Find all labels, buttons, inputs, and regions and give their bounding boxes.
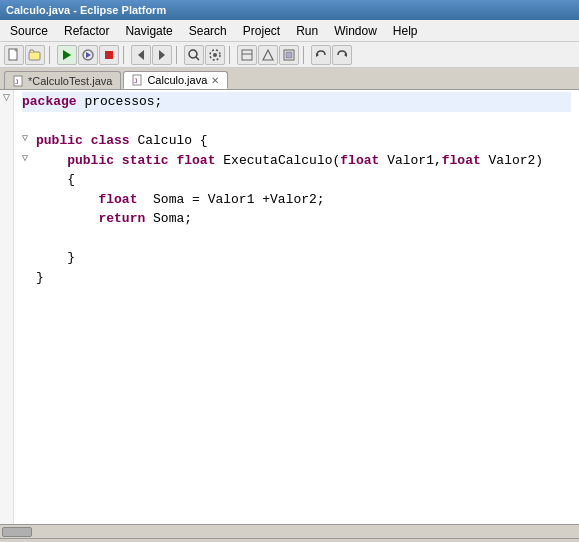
menu-search[interactable]: Search	[181, 22, 235, 40]
toolbar-redo-btn[interactable]	[332, 45, 352, 65]
toolbar-sep-2	[123, 46, 127, 64]
tab-calculo-icon: J	[132, 74, 144, 86]
menu-source[interactable]: Source	[2, 22, 56, 40]
menu-window[interactable]: Window	[326, 22, 385, 40]
svg-rect-17	[286, 52, 292, 58]
tab-calculotest-icon: J	[13, 75, 25, 87]
toolbar-group-5	[237, 45, 299, 65]
line-gutter: ▽	[0, 90, 14, 524]
toolbar-sep-4	[229, 46, 233, 64]
toolbar-group-6	[311, 45, 352, 65]
code-line-5: {	[22, 170, 571, 190]
svg-marker-8	[159, 50, 165, 60]
fold-method-icon[interactable]: ▽	[22, 151, 36, 166]
svg-rect-2	[29, 52, 40, 60]
toolbar-btn-5b[interactable]	[258, 45, 278, 65]
svg-text:J: J	[134, 77, 138, 84]
fold-class-icon[interactable]: ▽	[22, 131, 36, 146]
code-editor[interactable]: package processos; ▽public class Calculo…	[14, 90, 579, 524]
toolbar-prev-btn[interactable]	[131, 45, 151, 65]
keyword-package: package	[22, 92, 77, 112]
menu-bar: Source Refactor Navigate Search Project …	[0, 20, 579, 42]
toolbar-btn-5a[interactable]	[237, 45, 257, 65]
menu-refactor[interactable]: Refactor	[56, 22, 117, 40]
toolbar-stop-btn[interactable]	[99, 45, 119, 65]
tab-calculo-close[interactable]: ✕	[211, 75, 219, 86]
toolbar	[0, 42, 579, 68]
tab-bar: J *CalculoTest.java J Calculo.java ✕	[0, 68, 579, 90]
svg-point-11	[213, 53, 217, 57]
svg-point-9	[189, 50, 197, 58]
scrollbar-horizontal[interactable]	[0, 524, 579, 538]
title-bar: Calculo.java - Eclipse Platform	[0, 0, 579, 20]
code-line-4: ▽ public static float ExecutaCalculo(flo…	[22, 151, 571, 171]
code-line-9: }	[22, 248, 571, 268]
code-line-7: return Soma;	[22, 209, 571, 229]
toolbar-sep-5	[303, 46, 307, 64]
toolbar-group-3	[131, 45, 172, 65]
toolbar-group-1	[4, 45, 45, 65]
menu-run[interactable]: Run	[288, 22, 326, 40]
toolbar-next-btn[interactable]	[152, 45, 172, 65]
tab-calculotest[interactable]: J *CalculoTest.java	[4, 71, 121, 89]
tab-calculotest-label: *CalculoTest.java	[28, 75, 112, 87]
toolbar-btn-5c[interactable]	[279, 45, 299, 65]
svg-line-10	[196, 57, 199, 60]
tab-calculo[interactable]: J Calculo.java ✕	[123, 71, 228, 89]
toolbar-settings-btn[interactable]	[205, 45, 225, 65]
status-bar	[0, 538, 579, 542]
code-line-1: package processos;	[22, 92, 571, 112]
toolbar-open-btn[interactable]	[25, 45, 45, 65]
code-line-8	[22, 229, 571, 249]
svg-rect-6	[105, 51, 113, 59]
toolbar-group-2	[57, 45, 119, 65]
toolbar-debug-btn[interactable]	[78, 45, 98, 65]
scrollbar-thumb[interactable]	[2, 527, 32, 537]
toolbar-new-btn[interactable]	[4, 45, 24, 65]
tab-calculo-label: Calculo.java	[147, 74, 207, 86]
fold-1[interactable]: ▽	[3, 92, 10, 102]
menu-help[interactable]: Help	[385, 22, 426, 40]
code-line-3: ▽public class Calculo {	[22, 131, 571, 151]
svg-marker-3	[63, 50, 71, 60]
title-text: Calculo.java - Eclipse Platform	[6, 4, 166, 16]
svg-marker-7	[138, 50, 144, 60]
toolbar-sep-1	[49, 46, 53, 64]
code-line-6: float Soma = Valor1 +Valor2;	[22, 190, 571, 210]
code-line-2	[22, 112, 571, 132]
toolbar-search-btn[interactable]	[184, 45, 204, 65]
menu-project[interactable]: Project	[235, 22, 288, 40]
svg-marker-15	[263, 50, 273, 60]
svg-text:J: J	[15, 78, 19, 85]
editor-container: ▽ package processos; ▽public class Calcu…	[0, 90, 579, 524]
svg-marker-5	[86, 52, 91, 58]
svg-rect-13	[242, 50, 252, 60]
menu-navigate[interactable]: Navigate	[117, 22, 180, 40]
toolbar-sep-3	[176, 46, 180, 64]
code-line-10: }	[22, 268, 571, 288]
toolbar-undo-btn[interactable]	[311, 45, 331, 65]
toolbar-group-4	[184, 45, 225, 65]
toolbar-run-btn[interactable]	[57, 45, 77, 65]
